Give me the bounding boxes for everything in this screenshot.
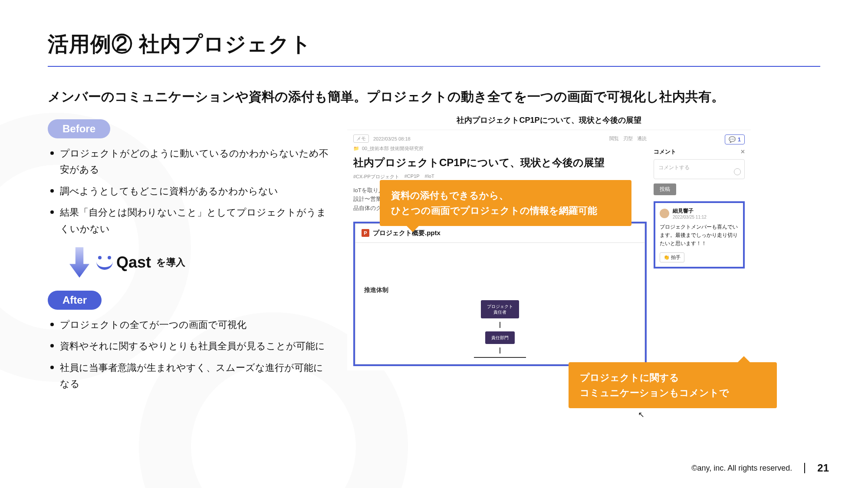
comment-body: プロジェクトメンバーも喜んでいます。最後までしっかり走り切りたいと思います！！ [660,223,739,248]
after-pill: After [48,291,102,310]
hashtag: #IoT [425,174,434,180]
list-item: プロジェクトがどのように動いているのかわからないため不安がある [50,145,330,178]
comment-icon: 💬 [729,136,736,143]
logo-suffix: を導入 [156,256,185,269]
copyright: ©any, inc. All rights reserved. [691,464,792,473]
org-box-mid: 責任部門 [485,331,515,344]
after-list: プロジェクトの全てが一つの画面で可視化 資料やそれに関するやりとりも社員全員が見… [50,317,330,392]
meta-likes: 通読 [637,135,647,142]
slide-subtitle: メンバーのコミュニケーションや資料の添付も簡単。プロジェクトの動き全てを一つの画… [48,87,820,106]
crumb-date: 2022/03/25 08:18 [373,136,411,141]
list-item: 結果「自分とは関わりないこと」としてプロジェクトがうまくいかない [50,204,330,237]
logo-text: Qast [116,253,151,272]
list-item: 社員に当事者意識が生まれやすく、スムーズな進行が可能になる [50,360,330,392]
article-title: 社内プロジェクトCP1Pについて、現状と今後の展望 [353,155,647,170]
list-item: 資料やそれに関するやりとりも社員全員が見ることが可能に [50,338,330,354]
breadcrumb: メモ 2022/03/25 08:18 閲覧 刃型 通読 [353,134,647,143]
folder-icon: 📁 [353,146,359,151]
before-pill: Before [48,119,110,138]
powerpoint-icon: P [362,229,369,237]
meta-views: 閲覧 [609,135,619,142]
window-title: 社内プロジェクトCP1Pについて、現状と今後の展望 [347,111,751,130]
clap-icon: 👏 [664,255,670,260]
post-button[interactable]: 投稿 [654,183,676,195]
clap-button[interactable]: 👏 拍手 [660,252,684,262]
cursor-icon: ↖ [638,410,644,419]
comment-count-badge: 💬 1 [725,134,745,144]
page-number: 21 [817,462,829,474]
attachment-preview: 推進体制 プロジェクト 責任者 責任部門 [355,243,645,364]
title-divider [48,66,820,67]
preview-heading: 推進体制 [364,286,636,294]
meta-refs: 刃型 [623,135,633,142]
qast-logo: Qast を導入 [96,253,185,272]
close-icon[interactable]: × [741,148,745,156]
smile-icon [96,256,113,269]
emoji-icon[interactable] [734,168,741,175]
list-item: 調べようとしてもどこに資料があるかわからない [50,183,330,199]
folder-path: 00_技術本部 技術開発研究所 [362,145,424,152]
attachment-header: P プロジェクト概要.pptx [355,223,645,243]
comment-sidebar: 💬 1 コメント × コメントする 投稿 [654,134,745,366]
comment-date: 2022/03/25 11:12 [673,215,707,219]
before-list: プロジェクトがどのように動いているのかわからないため不安がある 調べようとしても… [50,145,330,237]
org-box-top: プロジェクト 責任者 [481,300,519,318]
hashtag: #CX-PPプロジェクト [353,174,399,180]
sidebar-title: コメント [654,148,676,156]
list-item: プロジェクトの全てが一つの画面で可視化 [50,317,330,333]
callout-comment: プロジェクトに関する コミュニケーションもコメントで [569,362,777,408]
slide-title: 活用例② 社内プロジェクト [48,30,820,58]
memo-tag: メモ [353,134,369,143]
attachment-highlight: P プロジェクト概要.pptx 推進体制 プロジェクト 責任者 責任部門 [353,222,647,366]
commenter-name: 細見響子 [673,207,707,215]
callout-attachment: 資料の添付もできるから、 ひとつの画面でプロジェクトの情報を網羅可能 [380,180,631,226]
hashtag: #CP1P [404,174,420,180]
comment-input[interactable]: コメントする [654,159,745,179]
app-screenshot: 社内プロジェクトCP1Pについて、現状と今後の展望 メモ 2022/03/25 … [347,111,751,370]
down-arrow-icon [69,247,89,278]
avatar [660,209,669,218]
qast-intro: Qast を導入 [69,247,330,278]
slide-footer: ©any, inc. All rights reserved. 21 [691,462,829,474]
comment-highlight: 細見響子 2022/03/25 11:12 プロジェクトメンバーも喜んでいます。… [654,201,745,269]
